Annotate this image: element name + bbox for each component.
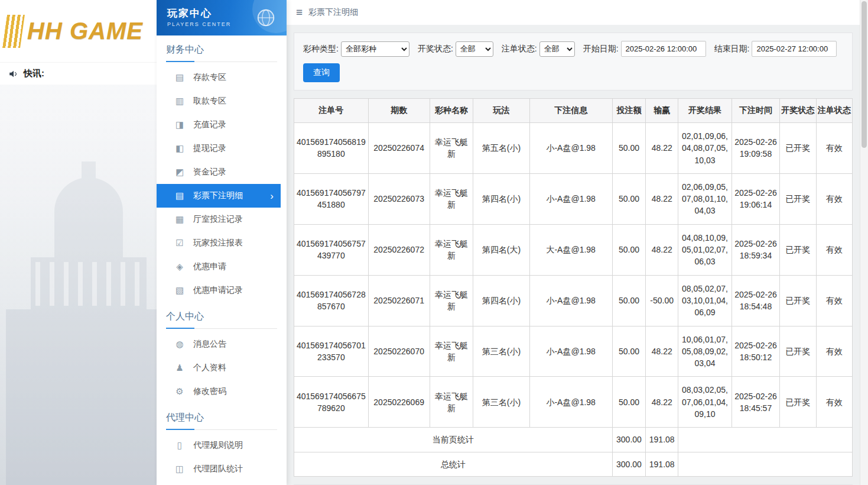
lottery-type-select[interactable]: 全部彩种 bbox=[341, 41, 409, 57]
deposit-icon: ▤ bbox=[174, 72, 185, 83]
cell-draw-status: 已开奖 bbox=[780, 123, 816, 174]
sidebar-item[interactable]: ▧优惠申请记录 bbox=[157, 279, 281, 302]
cell-lottery-name: 幸运飞艇新 bbox=[430, 326, 473, 377]
cell-draw-status: 已开奖 bbox=[780, 173, 816, 224]
sidebar-header: 玩家中心 PLAYERS CENTER bbox=[157, 0, 287, 35]
summary-bet-amount: 300.00 bbox=[612, 452, 646, 476]
main-area: ≡ 彩票下注明细 彩种类型: 全部彩种 开奖状态: 全部 注单状态: 全部 bbox=[287, 0, 860, 485]
column-header-bet-amount: 投注额 bbox=[612, 99, 646, 123]
end-date-input[interactable] bbox=[752, 41, 837, 57]
start-date-input[interactable] bbox=[621, 41, 706, 57]
scrollbar-thumb[interactable] bbox=[862, 1, 867, 148]
sidebar-item[interactable]: ◧提现记录 bbox=[157, 137, 281, 160]
cell-draw-result: 08,03,02,05,07,06,01,04,09,10 bbox=[678, 377, 732, 428]
cell-draw-status: 已开奖 bbox=[780, 224, 816, 275]
sidebar-section-title: 财务中心 bbox=[166, 44, 277, 62]
column-header-draw-result: 开奖结果 bbox=[678, 99, 732, 123]
cell-draw-result: 08,05,02,07,03,10,01,04,06,09 bbox=[678, 275, 732, 326]
end-date-label: 结束日期: bbox=[714, 44, 750, 54]
cell-bet-id: 401569174056728857670 bbox=[294, 275, 369, 326]
table-row: 40156917405675743977020250226072幸运飞艇新第四名… bbox=[294, 224, 853, 275]
sidebar-item[interactable]: ▥取款专区 bbox=[157, 89, 281, 113]
sidebar-item-label: 彩票下注明细 bbox=[193, 190, 243, 201]
table-row: 40156917405670123357020250226070幸运飞艇新第三名… bbox=[294, 326, 853, 377]
cell-bet-id: 401569174056797451880 bbox=[294, 173, 369, 224]
sidebar-section-title: 代理中心 bbox=[166, 412, 277, 430]
menu-toggle-icon[interactable]: ≡ bbox=[296, 6, 303, 19]
cell-bet-id: 401569174056757439770 bbox=[294, 224, 369, 275]
sidebar-item[interactable]: ◨充值记录 bbox=[157, 113, 281, 137]
sidebar-item[interactable]: ⚙修改密码 bbox=[157, 380, 281, 403]
sidebar-item[interactable]: ♟个人资料 bbox=[157, 356, 281, 380]
chevron-right-icon: › bbox=[270, 191, 274, 201]
cell-bet-status: 有效 bbox=[816, 224, 853, 275]
filter-actions: 查询 bbox=[303, 63, 843, 82]
sidebar-item-label: 厅室投注记录 bbox=[193, 214, 243, 225]
sidebar-item-label: 取款专区 bbox=[193, 96, 226, 106]
cell-win-loss: 48.22 bbox=[646, 377, 678, 428]
topbar: ≡ 彩票下注明细 bbox=[287, 0, 860, 25]
sidebar-nav: 财务中心▤存款专区▥取款专区◨充值记录◧提现记录◩资金记录▤彩票下注明细›▦厅室… bbox=[157, 44, 287, 481]
news-label: 快讯: bbox=[24, 68, 44, 79]
cell-draw-result: 10,06,01,07,05,08,09,02,03,04 bbox=[678, 326, 732, 377]
cell-draw-result: 04,08,10,09,05,01,02,07,06,03 bbox=[678, 224, 732, 275]
column-header-bet-status: 注单状态 bbox=[816, 99, 853, 123]
cell-play-type: 第四名(小) bbox=[473, 275, 529, 326]
sidebar-item-label: 优惠申请记录 bbox=[193, 285, 243, 296]
player-bet-report-icon: ☑ bbox=[174, 238, 185, 248]
cell-period: 20250226070 bbox=[368, 326, 430, 377]
promo-apply-icon: ◈ bbox=[174, 261, 185, 272]
cell-bet-status: 有效 bbox=[816, 377, 853, 428]
cell-win-loss: 48.22 bbox=[646, 326, 678, 377]
page-scrollbar[interactable] bbox=[860, 0, 868, 485]
sidebar-section-title: 个人中心 bbox=[166, 311, 277, 329]
draw-status-select[interactable]: 全部 bbox=[456, 41, 493, 57]
cell-period: 20250226069 bbox=[368, 377, 430, 428]
sidebar-item-label: 资金记录 bbox=[193, 167, 226, 177]
bet-status-select[interactable]: 全部 bbox=[539, 41, 575, 57]
cell-bet-info: 小-A盘@1.98 bbox=[529, 123, 612, 174]
summary-row-total: 总统计300.00191.08 bbox=[294, 452, 853, 476]
sidebar-item[interactable]: ◫代理团队统计 bbox=[157, 457, 281, 481]
cell-bet-info: 小-A盘@1.98 bbox=[529, 377, 612, 428]
brand-logo-area: HH GAME bbox=[0, 0, 157, 62]
sidebar-item[interactable]: ▯代理规则说明 bbox=[157, 434, 281, 457]
cell-bet-id: 401569174056819895180 bbox=[294, 123, 369, 174]
sidebar-item-label: 代理团队统计 bbox=[193, 464, 243, 474]
column-header-bet-time: 下注时间 bbox=[732, 99, 779, 123]
content: 彩种类型: 全部彩种 开奖状态: 全部 注单状态: 全部 开始日期: 结束日期: bbox=[287, 25, 860, 485]
cell-bet-time: 2025-02-26 19:06:14 bbox=[732, 173, 779, 224]
bet-status-label: 注单状态: bbox=[502, 44, 537, 54]
table-row: 40156917405679745188020250226073幸运飞艇新第四名… bbox=[294, 173, 853, 224]
sidebar-item[interactable]: ▤彩票下注明细› bbox=[157, 184, 281, 208]
cell-draw-status: 已开奖 bbox=[780, 377, 816, 428]
cell-bet-status: 有效 bbox=[816, 123, 853, 174]
column-header-draw-status: 开奖状态 bbox=[780, 99, 816, 123]
agent-rules-icon: ▯ bbox=[174, 440, 185, 451]
funds-records-icon: ◩ bbox=[174, 167, 185, 177]
cell-bet-time: 2025-02-26 19:09:58 bbox=[732, 123, 779, 174]
sidebar-subtitle: PLAYERS CENTER bbox=[167, 21, 287, 27]
table-panel: 注单号期数彩种名称玩法下注信息投注额输赢开奖结果下注时间开奖状态注单状态4015… bbox=[294, 98, 853, 477]
sidebar-item[interactable]: ◩资金记录 bbox=[157, 160, 281, 184]
sidebar-item[interactable]: ▦厅室投注记录 bbox=[157, 208, 281, 231]
sidebar-item[interactable]: ◈优惠申请 bbox=[157, 255, 281, 279]
cell-draw-result: 02,06,09,05,07,08,01,10,04,03 bbox=[678, 173, 732, 224]
cell-bet-status: 有效 bbox=[816, 275, 853, 326]
sidebar-item[interactable]: ▤存款专区 bbox=[157, 66, 281, 89]
cell-bet-info: 小-A盘@1.98 bbox=[529, 275, 612, 326]
cell-lottery-name: 幸运飞艇新 bbox=[430, 275, 473, 326]
summary-win-loss: 191.08 bbox=[646, 428, 678, 452]
promo-apply-records-icon: ▧ bbox=[174, 285, 185, 296]
sidebar-item-label: 代理规则说明 bbox=[193, 440, 243, 451]
sidebar-item[interactable]: ☑玩家投注报表 bbox=[157, 231, 281, 255]
sidebar-item-label: 修改密码 bbox=[193, 386, 226, 397]
query-button[interactable]: 查询 bbox=[303, 63, 340, 82]
sidebar-item[interactable]: ◍消息公告 bbox=[157, 332, 281, 356]
profile-icon: ♟ bbox=[174, 363, 185, 373]
cell-play-type: 第三名(小) bbox=[473, 377, 529, 428]
agent-team-stats-icon: ◫ bbox=[174, 464, 185, 474]
withdrawal-records-icon: ◧ bbox=[174, 143, 185, 154]
lottery-type-label: 彩种类型: bbox=[303, 44, 339, 54]
cell-bet-id: 401569174056675789620 bbox=[294, 377, 369, 428]
